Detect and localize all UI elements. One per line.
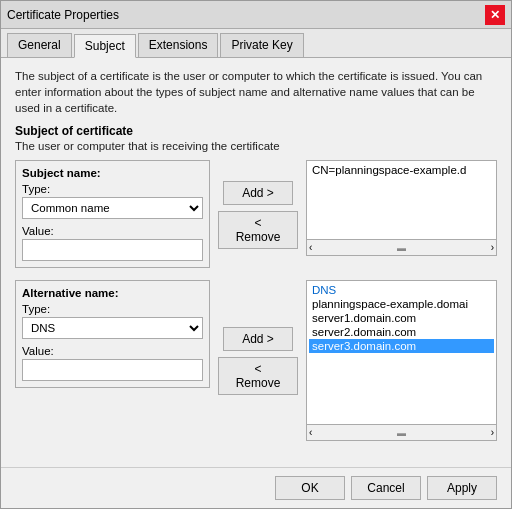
tab-bar: General Subject Extensions Private Key [1, 29, 511, 58]
alt-add-button[interactable]: Add > [223, 327, 293, 351]
tab-content: The subject of a certificate is the user… [1, 58, 511, 467]
alt-buttons: Add > < Remove [218, 280, 298, 441]
alt-value-label: Value: [22, 345, 203, 357]
alt-type-select[interactable]: DNS Email IP Address UPN URL [22, 317, 203, 339]
subject-type-label: Type: [22, 183, 203, 195]
dialog-title: Certificate Properties [7, 8, 119, 22]
scroll-track: ▬ [312, 243, 490, 253]
tab-extensions[interactable]: Extensions [138, 33, 219, 57]
subject-name-left: Subject name: Type: Common name Country … [15, 160, 210, 270]
dialog-footer: OK Cancel Apply [1, 467, 511, 508]
apply-button[interactable]: Apply [427, 476, 497, 500]
subject-name-label: Subject name: [22, 167, 203, 179]
close-button[interactable]: ✕ [485, 5, 505, 25]
alt-name-group: Alternative name: Type: DNS Email IP Add… [15, 280, 210, 388]
certificate-properties-dialog: Certificate Properties ✕ General Subject… [0, 0, 512, 509]
alt-name-left: Alternative name: Type: DNS Email IP Add… [15, 280, 210, 441]
section-title: Subject of certificate [15, 124, 497, 138]
section-subtitle: The user or computer that is receiving t… [15, 140, 497, 152]
subject-value-label: Value: [22, 225, 203, 237]
subject-type-select[interactable]: Common name Country State Organization [22, 197, 203, 219]
title-bar: Certificate Properties ✕ [1, 1, 511, 29]
scroll-right-icon: › [491, 242, 494, 253]
alt-listbox-item-1: server1.domain.com [309, 311, 494, 325]
alt-listbox-header: DNS [309, 283, 494, 297]
alt-listbox-item-3: server3.domain.com [309, 339, 494, 353]
alt-listbox-col: DNS planningspace-example.domai server1.… [306, 280, 497, 441]
alt-value-input[interactable] [22, 359, 203, 381]
subject-listbox[interactable]: CN=planningspace-example.d [306, 160, 497, 240]
subject-name-row: Subject name: Type: Common name Country … [15, 160, 497, 270]
tab-subject[interactable]: Subject [74, 34, 136, 58]
ok-button[interactable]: OK [275, 476, 345, 500]
subject-name-group: Subject name: Type: Common name Country … [15, 160, 210, 268]
tab-private-key[interactable]: Private Key [220, 33, 303, 57]
alt-scroll-track: ▬ [312, 428, 490, 438]
alt-listbox-item-2: server2.domain.com [309, 325, 494, 339]
alt-listbox-item-0: planningspace-example.domai [309, 297, 494, 311]
cancel-button[interactable]: Cancel [351, 476, 421, 500]
alt-scroll-right-icon: › [491, 427, 494, 438]
alt-type-label: Type: [22, 303, 203, 315]
alt-scrollbar[interactable]: ‹ ▬ › [306, 425, 497, 441]
subject-buttons: Add > < Remove [218, 160, 298, 270]
alt-name-row: Alternative name: Type: DNS Email IP Add… [15, 280, 497, 441]
subject-listbox-item: CN=planningspace-example.d [309, 163, 494, 177]
tab-general[interactable]: General [7, 33, 72, 57]
subject-remove-button[interactable]: < Remove [218, 211, 298, 249]
alt-remove-button[interactable]: < Remove [218, 357, 298, 395]
subject-add-button[interactable]: Add > [223, 181, 293, 205]
alt-name-label: Alternative name: [22, 287, 203, 299]
description-text: The subject of a certificate is the user… [15, 68, 497, 116]
subject-scrollbar[interactable]: ‹ ▬ › [306, 240, 497, 256]
alt-listbox[interactable]: DNS planningspace-example.domai server1.… [306, 280, 497, 425]
subject-listbox-col: CN=planningspace-example.d ‹ ▬ › [306, 160, 497, 270]
subject-value-input[interactable] [22, 239, 203, 261]
